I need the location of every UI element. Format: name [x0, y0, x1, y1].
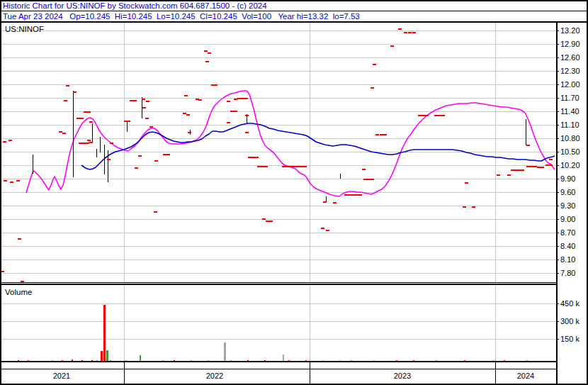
price-mark [438, 115, 441, 116]
price-mark [408, 32, 412, 33]
price-mark [188, 132, 191, 133]
price-mark [380, 134, 383, 135]
price-range-bar [73, 91, 74, 177]
volume-axis-label: 150 k [560, 335, 579, 343]
price-mark [418, 115, 422, 116]
price-mark [183, 113, 186, 114]
price-mark [248, 157, 251, 158]
price-axis-label: 9.30 [560, 201, 575, 210]
price-mark [262, 218, 266, 220]
price-mark [300, 166, 303, 167]
price-mark [351, 194, 355, 196]
price-mark [390, 45, 394, 47]
price-axis-label: 12.90 [560, 40, 580, 48]
price-mark [3, 141, 6, 143]
price-axis-label: 9.90 [560, 174, 575, 183]
year-label: 2024 [517, 372, 534, 380]
price-range-bar [96, 149, 97, 157]
price-mark [293, 166, 296, 167]
price-mark [303, 166, 307, 167]
price-axis-label: 12.60 [560, 53, 580, 62]
volume-axis-label: 450 k [560, 299, 579, 308]
price-mark [285, 166, 289, 167]
price-mark [526, 166, 530, 167]
price-mark [404, 32, 407, 33]
stock-chart-window: 13.2012.9012.6012.3012.0011.7011.4011.10… [0, 0, 588, 385]
volume-bar [140, 355, 141, 362]
price-mark [198, 99, 202, 101]
price-mark [261, 166, 264, 167]
price-mark [497, 174, 500, 176]
price-mark [257, 166, 261, 167]
price-mark [77, 118, 80, 119]
price-mark [367, 179, 371, 180]
price-mark [530, 166, 533, 167]
price-mark [383, 134, 387, 135]
price-mark [269, 221, 273, 222]
price-mark [241, 98, 244, 99]
price-range-bar [127, 122, 128, 132]
price-mark [73, 91, 77, 93]
price-mark [465, 182, 468, 184]
price-mark [537, 167, 541, 168]
price-mark [514, 169, 518, 171]
price-mark [163, 154, 166, 155]
year-label: 2022 [206, 372, 223, 380]
price-mark [18, 238, 21, 240]
price-mark [371, 179, 374, 180]
price-axis-label: 9.60 [560, 188, 575, 196]
price-mark [59, 131, 62, 133]
price-mark [135, 167, 138, 169]
price-mark [234, 111, 237, 112]
price-mark [251, 157, 255, 158]
price-axis-label: 11.10 [560, 121, 579, 129]
price-mark [511, 169, 514, 171]
price-mark [344, 194, 348, 196]
price-mark [355, 194, 358, 196]
price-mark [79, 143, 82, 144]
price-mark [264, 166, 268, 167]
volume-bar [106, 350, 108, 362]
price-mark [230, 111, 234, 112]
price-axis-label: 10.80 [560, 134, 580, 143]
price-axis-label: 8.40 [560, 242, 575, 250]
price-mark [110, 143, 113, 144]
price-mark [441, 115, 445, 116]
volume-bar [103, 305, 106, 362]
price-mark [398, 28, 402, 30]
volume-panel-label: Volume [5, 288, 32, 296]
price-mark [422, 115, 425, 116]
price-mark [214, 84, 217, 86]
price-mark [205, 61, 209, 62]
price-mark [186, 114, 190, 116]
price-mark [507, 174, 511, 176]
price-mark [425, 115, 429, 116]
price-mark [89, 121, 93, 123]
chart-title: Historic Chart for US:NINOF by Stockwatc… [3, 1, 267, 10]
price-range-bar [100, 137, 101, 152]
price-axis-label: 10.20 [560, 161, 580, 169]
price-mark [208, 52, 211, 54]
price-mark [166, 154, 170, 155]
price-mark [358, 194, 362, 196]
chart-canvas: 13.2012.9012.6012.3012.0011.7011.4011.10… [0, 0, 588, 385]
price-range-bar [33, 155, 33, 174]
price-mark [521, 169, 524, 171]
price-axis-label: 12.30 [560, 67, 580, 75]
price-mark [82, 143, 86, 144]
price-axis-label: 8.10 [560, 255, 575, 264]
price-range-bar [104, 145, 105, 174]
price-mark [184, 95, 188, 96]
price-mark [549, 164, 553, 166]
price-mark [142, 99, 145, 100]
price-mark [80, 118, 84, 119]
price-mark [227, 122, 230, 123]
price-mark [323, 201, 327, 203]
price-mark [289, 166, 293, 167]
price-mark [541, 167, 544, 168]
header-separator-1 [0, 11, 588, 11]
price-mark [245, 115, 249, 116]
price-mark [362, 169, 366, 170]
price-mark [321, 228, 324, 229]
price-mark [9, 140, 12, 141]
